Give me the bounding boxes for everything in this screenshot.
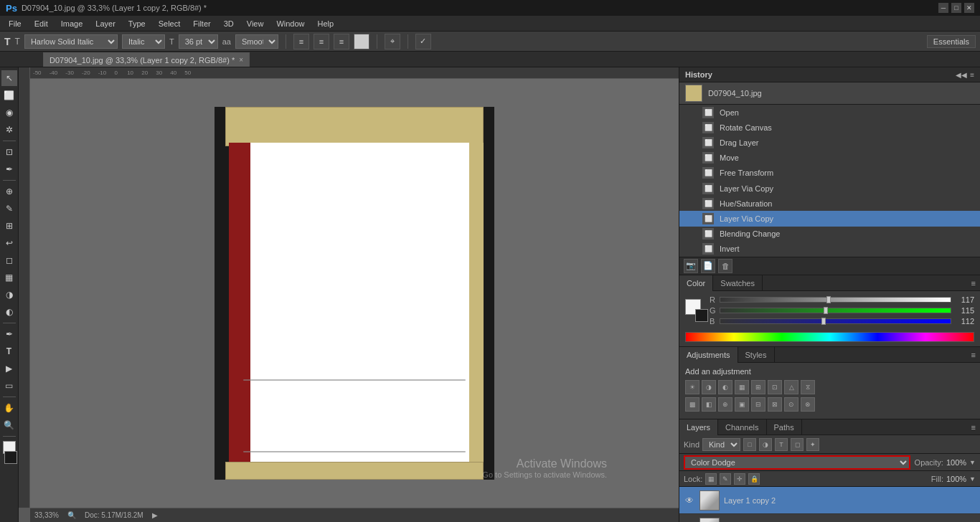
menu-select[interactable]: Select xyxy=(153,18,187,29)
canvas-content[interactable]: Activate Windows Go to Settings to activ… xyxy=(30,79,679,508)
menu-layer[interactable]: Layer xyxy=(90,18,121,29)
lock-all-btn[interactable]: 🔒 xyxy=(748,473,760,485)
history-item-open[interactable]: ⬜ Open xyxy=(679,105,980,120)
adj-exposure-icon[interactable]: ▦ xyxy=(735,380,749,394)
adj-posterize-icon[interactable]: ⊟ xyxy=(751,397,765,412)
pen-tool[interactable]: ✒ xyxy=(1,326,17,342)
clone-stamp-tool[interactable]: ⊞ xyxy=(1,218,17,234)
adj-threshold-icon[interactable]: ⊠ xyxy=(768,397,782,412)
history-item-rotate[interactable]: ⬜ Rotate Canvas xyxy=(679,120,980,135)
color-panel-menu[interactable]: ≡ xyxy=(971,279,980,288)
menu-window[interactable]: Window xyxy=(270,18,310,29)
history-item-invert[interactable]: ⬜ Invert xyxy=(679,242,980,257)
history-item-free-transform[interactable]: ⬜ Free Transform xyxy=(679,166,980,181)
adj-gradient-map-icon[interactable]: ⊙ xyxy=(784,397,798,412)
font-size-select[interactable]: 36 pt xyxy=(179,34,218,49)
layer-item-copy2[interactable]: 👁 Layer 1 copy 2 xyxy=(679,487,980,514)
menu-edit[interactable]: Edit xyxy=(29,18,54,29)
color-swatches[interactable] xyxy=(685,299,705,319)
move-tool[interactable]: ↖ xyxy=(1,70,17,86)
tab-swatches[interactable]: Swatches xyxy=(713,275,763,291)
history-item-drag[interactable]: ⬜ Drag Layer xyxy=(679,135,980,150)
lock-position-btn[interactable]: ✛ xyxy=(734,473,745,485)
lasso-tool[interactable]: ◉ xyxy=(1,105,17,120)
tab-styles[interactable]: Styles xyxy=(738,347,775,363)
adj-bw-icon[interactable]: ⧖ xyxy=(801,380,815,394)
tab-paths[interactable]: Paths xyxy=(767,419,802,435)
menu-help[interactable]: Help xyxy=(312,18,340,29)
hand-tool[interactable]: ✋ xyxy=(1,400,17,416)
menu-3d[interactable]: 3D xyxy=(218,18,240,29)
path-select-tool[interactable]: ▶ xyxy=(1,361,17,376)
menu-type[interactable]: Type xyxy=(123,18,151,29)
layers-kind-select[interactable]: Kind xyxy=(702,438,740,451)
adj-brightness-icon[interactable]: ☀ xyxy=(685,380,699,394)
layer-filter-shape-icon[interactable]: ◻ xyxy=(791,438,804,451)
history-snapshot-btn[interactable]: 📷 xyxy=(684,259,698,273)
history-item-layer-via-copy-1[interactable]: ⬜ Layer Via Copy xyxy=(679,181,980,196)
window-controls[interactable]: ─ □ ✕ xyxy=(938,3,974,13)
adj-panel-menu[interactable]: ≡ xyxy=(971,351,980,359)
bg-color-swatch[interactable] xyxy=(4,451,17,464)
b-thumb[interactable] xyxy=(821,318,826,325)
color-swatch-opt[interactable] xyxy=(354,34,369,49)
blur-tool[interactable]: ◑ xyxy=(1,287,17,303)
adj-channelmix-icon[interactable]: ◧ xyxy=(702,397,716,412)
history-item-hue-sat[interactable]: ⬜ Hue/Saturation xyxy=(679,196,980,211)
layer-visibility-copy2[interactable]: 👁 xyxy=(684,495,695,506)
essentials-label[interactable]: Essentials xyxy=(927,35,976,48)
tab-channels[interactable]: Channels xyxy=(718,419,766,435)
document-tab[interactable]: D07904_10.jpg @ 33,3% (Layer 1 copy 2, R… xyxy=(43,52,250,67)
shape-tool[interactable]: ▭ xyxy=(1,378,17,394)
history-item-move[interactable]: ⬜ Move xyxy=(679,151,980,166)
layer-filter-pixel-icon[interactable]: □ xyxy=(743,438,756,451)
history-brush-tool[interactable]: ↩ xyxy=(1,235,17,251)
status-arrow[interactable]: ▶ xyxy=(152,511,158,519)
history-new-doc-btn[interactable]: 📄 xyxy=(701,259,715,273)
magic-wand-tool[interactable]: ✲ xyxy=(1,122,17,138)
dodge-tool[interactable]: ◐ xyxy=(1,304,17,320)
color-spectrum[interactable] xyxy=(685,332,974,342)
adj-colorbalance-icon[interactable]: △ xyxy=(784,380,798,394)
tab-close[interactable]: × xyxy=(239,56,243,64)
eyedropper-tool[interactable]: ✒ xyxy=(1,161,17,177)
adj-photofilter-icon[interactable]: ▩ xyxy=(685,397,699,412)
r-track[interactable] xyxy=(720,297,951,303)
commit-icon[interactable]: ✓ xyxy=(415,34,431,49)
maximize-button[interactable]: □ xyxy=(951,3,961,13)
adj-vibrance-icon[interactable]: ⊞ xyxy=(751,380,765,394)
type-tool[interactable]: T xyxy=(1,343,17,359)
text-orient-icon[interactable]: T xyxy=(15,37,20,47)
align-center-icon[interactable]: ≡ xyxy=(314,34,329,49)
font-family-select[interactable]: Harlow Solid Italic xyxy=(24,34,118,49)
opacity-arrow[interactable]: ▼ xyxy=(969,459,976,466)
history-delete-btn[interactable]: 🗑 xyxy=(718,259,732,273)
warp-icon[interactable]: ⌖ xyxy=(385,34,400,49)
lock-transparency-btn[interactable]: ▦ xyxy=(705,473,717,485)
menu-filter[interactable]: Filter xyxy=(187,18,216,29)
bg-swatch[interactable] xyxy=(695,309,708,322)
layer-filter-smart-icon[interactable]: ✦ xyxy=(806,438,819,451)
brush-tool[interactable]: ✎ xyxy=(1,201,17,217)
history-source-item[interactable]: D07904_10.jpg xyxy=(679,82,980,105)
layer-filter-type-icon[interactable]: T xyxy=(775,438,788,451)
b-track[interactable] xyxy=(720,318,951,324)
tab-color[interactable]: Color xyxy=(679,275,713,291)
fill-arrow[interactable]: ▼ xyxy=(969,475,976,483)
aa-select[interactable]: Smooth xyxy=(235,34,278,49)
align-left-icon[interactable]: ≡ xyxy=(293,34,309,49)
menu-image[interactable]: Image xyxy=(55,18,89,29)
layer-item-copy[interactable]: 👁 Layer 1 copy xyxy=(679,514,980,522)
r-thumb[interactable] xyxy=(826,296,831,303)
menu-file[interactable]: File xyxy=(3,18,27,29)
minimize-button[interactable]: ─ xyxy=(938,3,948,13)
history-collapse-icon[interactable]: ◀◀ xyxy=(956,71,967,79)
history-item-blending[interactable]: ⬜ Blending Change xyxy=(679,227,980,242)
eraser-tool[interactable]: ◻ xyxy=(1,252,17,268)
tab-adjustments[interactable]: Adjustments xyxy=(679,347,738,363)
adj-hue-icon[interactable]: ⊡ xyxy=(768,380,782,394)
gradient-tool[interactable]: ▦ xyxy=(1,270,17,285)
adj-levels-icon[interactable]: ◑ xyxy=(702,380,716,394)
close-button[interactable]: ✕ xyxy=(964,3,974,13)
adj-colorlookup-icon[interactable]: ⊕ xyxy=(718,397,732,412)
